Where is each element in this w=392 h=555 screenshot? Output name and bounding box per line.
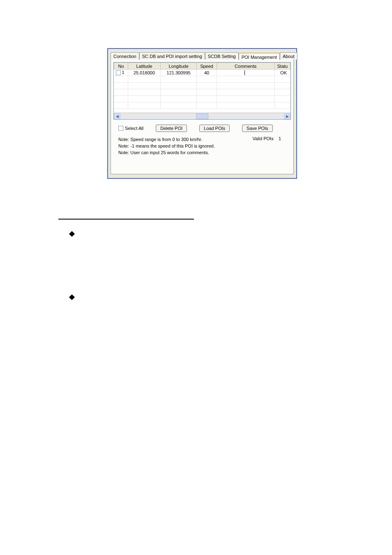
save-pois-button[interactable]: Save POIs — [242, 125, 273, 132]
diamond-bullet-icon — [69, 294, 75, 300]
tab-panel: No Latitude Longitude Speed Comments Sta… — [111, 59, 294, 174]
horizontal-scrollbar[interactable]: ◀ ▶ — [114, 113, 291, 119]
tab-scdb-setting[interactable]: SCDB Setting — [205, 52, 239, 60]
col-speed[interactable]: Speed — [197, 63, 217, 69]
poi-table: No Latitude Longitude Speed Comments Sta… — [114, 62, 291, 109]
cell-no[interactable]: 1 — [114, 69, 128, 76]
cell-status: OK — [274, 69, 290, 76]
app-window: Connection SC DB and POI import setting … — [107, 48, 297, 179]
controls-row: Select All Delete POI Load POIs Save POI… — [113, 125, 291, 132]
col-status[interactable]: Statu — [274, 63, 290, 69]
table-row — [114, 102, 291, 109]
document-section — [58, 214, 313, 358]
table-header-row: No Latitude Longitude Speed Comments Sta… — [114, 63, 291, 69]
bullet-item — [70, 295, 313, 301]
tab-poi-management[interactable]: POI Management — [239, 53, 280, 60]
select-all-box[interactable] — [118, 126, 123, 131]
note-ignored-speed: Note: -1 means the speed of this POI is … — [118, 143, 291, 149]
valid-pois-label: Valid POIs — [252, 136, 273, 141]
table-row[interactable]: 1 25.018000 121.300995 40 OK — [114, 69, 291, 76]
cell-longitude[interactable]: 121.300995 — [160, 69, 197, 76]
poi-grid: No Latitude Longitude Speed Comments Sta… — [113, 62, 291, 120]
scroll-right-arrow-icon[interactable]: ▶ — [284, 113, 291, 119]
table-row — [114, 96, 291, 102]
table-row — [114, 83, 291, 89]
scroll-thumb[interactable] — [196, 113, 208, 119]
cell-speed[interactable]: 40 — [197, 69, 217, 76]
bullet-item — [70, 232, 313, 238]
cell-latitude[interactable]: 25.018000 — [128, 69, 161, 76]
table-row — [114, 76, 291, 83]
select-all-checkbox[interactable]: Select All — [118, 126, 143, 131]
col-comments[interactable]: Comments — [217, 63, 274, 69]
row-checkbox[interactable] — [116, 70, 121, 75]
document-heading-underline — [58, 214, 194, 220]
col-no[interactable]: No — [114, 63, 128, 69]
tab-connection[interactable]: Connection — [111, 52, 139, 60]
col-latitude[interactable]: Latitude — [128, 63, 161, 69]
valid-pois-count: 1 — [279, 136, 281, 141]
col-longitude[interactable]: Longitude — [160, 63, 197, 69]
tab-scdb-poi-import[interactable]: SC DB and POI import setting — [139, 52, 205, 60]
valid-pois: Valid POIs 1 — [252, 136, 281, 141]
scroll-left-arrow-icon[interactable]: ◀ — [114, 113, 120, 119]
note-comments-length: Note: User can input 25 words for commen… — [118, 149, 291, 156]
select-all-label: Select All — [125, 126, 143, 131]
comments-input[interactable] — [244, 70, 247, 75]
tab-about[interactable]: About — [280, 52, 297, 60]
delete-poi-button[interactable]: Delete POI — [156, 125, 187, 132]
scroll-track[interactable] — [120, 113, 284, 119]
diamond-bullet-icon — [69, 231, 75, 237]
tab-strip: Connection SC DB and POI import setting … — [111, 51, 294, 60]
table-row — [114, 89, 291, 96]
load-pois-button[interactable]: Load POIs — [199, 125, 230, 132]
cell-no-text: 1 — [122, 70, 125, 75]
cell-comments[interactable] — [217, 69, 274, 76]
